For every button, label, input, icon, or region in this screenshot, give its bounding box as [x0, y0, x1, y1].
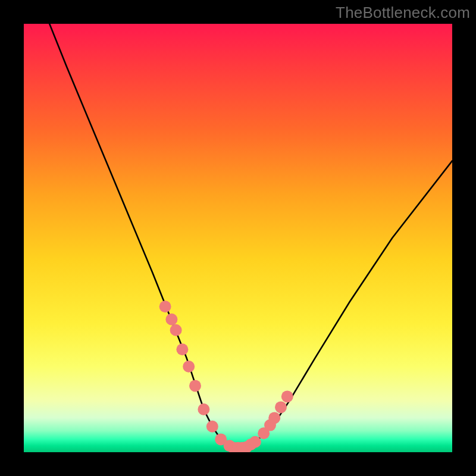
bottleneck-curve	[49, 24, 452, 448]
highlight-point	[249, 436, 261, 448]
chart-frame: TheBottleneck.com	[0, 0, 476, 476]
chart-svg	[24, 24, 452, 452]
plot-area	[24, 24, 452, 452]
highlight-point	[159, 300, 171, 312]
highlight-point	[275, 401, 287, 413]
highlight-point	[198, 403, 209, 415]
highlight-point	[170, 324, 182, 336]
highlight-point	[268, 412, 280, 424]
highlighted-points-group	[159, 300, 293, 452]
highlight-point	[165, 314, 177, 325]
highlight-point	[176, 343, 188, 355]
highlight-point	[183, 361, 195, 372]
highlight-point	[189, 380, 201, 392]
watermark-label: TheBottleneck.com	[336, 4, 470, 22]
highlight-point	[281, 390, 293, 402]
highlight-point	[206, 421, 218, 433]
